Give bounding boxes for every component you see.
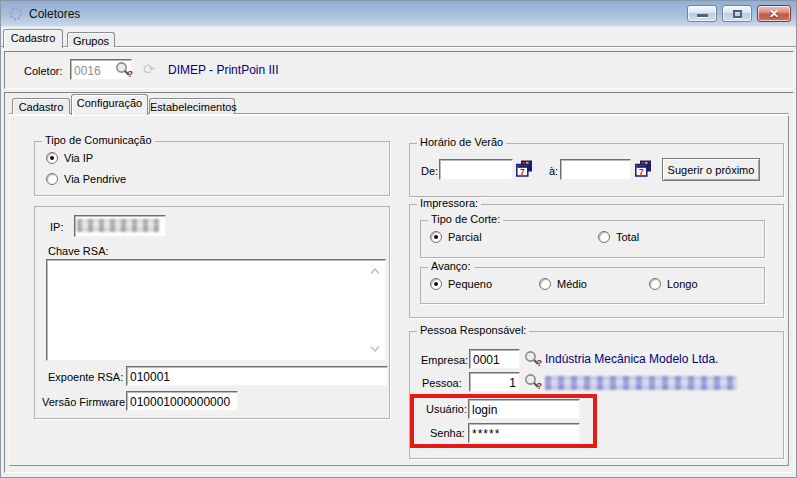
radio-longo[interactable]: Longo [649,278,698,290]
ip-label: IP: [50,221,63,233]
person-code-input[interactable] [469,372,520,392]
radio-icon [539,278,551,290]
network-group: IP: Chave RSA: Expoente RSA: Versão Firm… [34,206,390,419]
main-tab-baseline [1,46,797,48]
close-button[interactable]: ✕ [757,5,791,22]
company-lookup-icon[interactable]: ? [524,350,542,367]
radio-via-ip[interactable]: Via IP [46,152,93,164]
rsa-exponent-label: Expoente RSA: [48,371,123,383]
minimize-icon [697,14,708,17]
window-title: Coletores [29,7,80,21]
collector-lookup-icon[interactable]: ? [115,61,133,78]
svg-text:?: ? [537,381,543,390]
radio-icon [46,173,58,185]
coletores-window: Coletores ✕ Cadastro Grupos Coletor: ? ⟳… [0,0,797,478]
close-icon: ✕ [758,7,790,21]
radio-icon [649,278,661,290]
daylight-group-title: Horário de Verão [417,136,506,148]
company-name: Indústria Mecânica Modelo Ltda. [545,352,718,366]
daylight-to-input[interactable] [560,159,631,180]
person-label: Pessoa: [422,377,462,389]
svg-text:7: 7 [520,167,525,177]
company-code-input[interactable] [469,349,520,369]
svg-text:?: ? [128,69,134,78]
svg-text:7: 7 [639,167,644,177]
daylight-from-label: De: [421,165,438,177]
calendar-to-icon[interactable]: 7 [635,160,653,177]
radio-icon [430,278,442,290]
person-lookup-icon[interactable]: ? [524,373,542,390]
ip-input[interactable] [74,215,166,237]
minimize-button[interactable] [687,5,717,22]
rsa-key-textarea[interactable] [46,259,386,361]
responsible-group-title: Pessoa Responsável: [417,324,529,336]
radio-total[interactable]: Total [598,231,639,243]
daylight-from-input[interactable] [439,159,513,180]
rsa-exponent-input[interactable] [126,366,388,386]
tab-cadastro[interactable]: Cadastro [3,29,63,48]
collector-label: Coletor: [24,65,63,77]
radio-icon [430,231,442,243]
advance-title: Avanço: [428,260,474,272]
title-bar[interactable]: Coletores ✕ [1,1,796,27]
printer-group-title: Impressora: [417,197,481,209]
radio-via-pendrive[interactable]: Via Pendrive [46,173,126,185]
collector-name: DIMEP - PrintPoin III [168,63,278,77]
communication-group: Tipo de Comunicação Via IP Via Pendrive [34,141,390,196]
svg-text:?: ? [537,358,543,367]
advance-group: Avanço: Pequeno Médio Longo [420,267,765,304]
radio-icon [46,152,58,164]
subtab-configuracao[interactable]: Configuração [71,94,148,115]
subtab-cadastro[interactable]: Cadastro [12,98,70,114]
communication-group-title: Tipo de Comunicação [42,134,155,146]
daylight-group: Horário de Verão De: 7 à: 7 Sugerir o pr… [409,143,784,197]
firmware-input[interactable] [126,391,238,411]
cut-type-title: Tipo de Corte: [428,213,503,225]
radio-icon [598,231,610,243]
radio-pequeno[interactable]: Pequeno [430,278,492,290]
daylight-to-label: à: [549,165,558,177]
calendar-from-icon[interactable]: 7 [516,160,534,177]
printer-group: Impressora: Tipo de Corte: Parcial Total… [409,204,784,318]
rsa-key-label: Chave RSA: [48,245,109,257]
scroll-down-icon[interactable] [369,345,381,353]
radio-medio[interactable]: Médio [539,278,587,290]
subtab-estabelecimentos[interactable]: Estabelecimentos [149,98,235,114]
ip-redacted-value [77,219,159,232]
scroll-up-icon[interactable] [369,267,381,275]
radio-parcial[interactable]: Parcial [430,231,482,243]
company-label: Empresa: [421,354,468,366]
maximize-icon [733,10,742,18]
tab-grupos[interactable]: Grupos [67,32,115,47]
suggest-next-button[interactable]: Sugerir o próximo [662,158,760,181]
collector-bar: Coletor: ? ⟳ DIMEP - PrintPoin III [4,51,794,89]
firmware-label: Versão Firmware: [42,396,128,408]
highlight-rectangle [410,394,597,448]
app-icon [9,7,23,21]
cut-type-group: Tipo de Corte: Parcial Total [420,220,765,258]
maximize-button[interactable] [722,5,752,22]
person-name-redacted [545,376,737,390]
collector-refresh-icon[interactable]: ⟳ [143,61,155,77]
